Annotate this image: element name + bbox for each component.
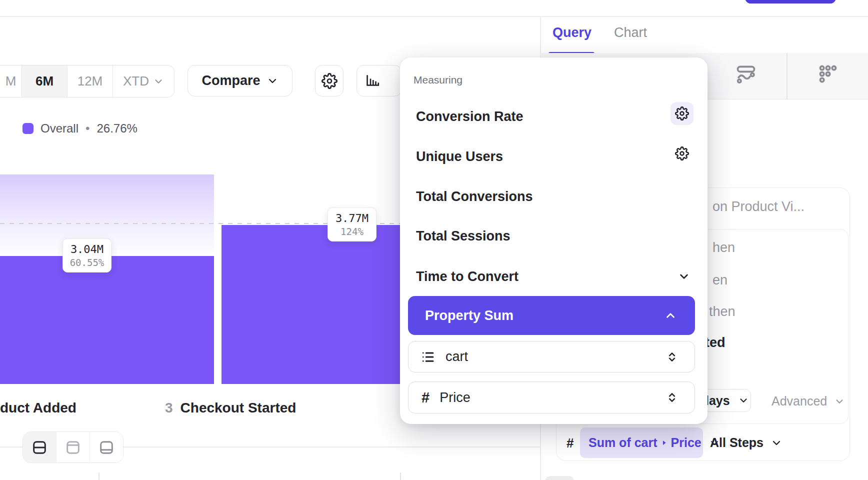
menu-item-label: Total Conversions (416, 189, 533, 204)
advanced-dropdown[interactable]: Advanced (772, 394, 845, 408)
step-number: 3 (165, 400, 173, 416)
legend-separator: • (86, 122, 90, 136)
tooltip-percent: 124% (340, 226, 364, 238)
days-fragment: lays (706, 394, 730, 408)
tab-chart[interactable]: Chart (614, 25, 647, 40)
conversion-rate-gear-button[interactable] (670, 102, 694, 125)
tab-label: Chart (614, 25, 647, 40)
step-label-text: duct Added (0, 400, 76, 416)
time-segment-6m[interactable]: 6M (22, 66, 68, 97)
sum-pill-left-text: Sum of cart (588, 436, 658, 450)
fragment-text: then (709, 304, 736, 319)
funnel-bar-checkout-started[interactable] (222, 225, 405, 384)
funnel-trends-icon[interactable] (735, 63, 757, 85)
table-column-divider (400, 472, 401, 480)
primary-action-button[interactable] (745, 0, 836, 4)
legend-swatch (22, 123, 34, 134)
menu-item-time-to-convert[interactable]: Time to Convert (400, 260, 708, 293)
fragment-text: ted (705, 335, 726, 350)
chevron-down-icon (738, 395, 749, 406)
chevron-down-icon (266, 75, 278, 87)
funnel-bar-product-added[interactable] (0, 256, 214, 384)
app-screen: M 6M 12M XTD Compare Overall (0, 0, 868, 480)
compare-label: Compare (202, 73, 260, 88)
legend-value: 26.76% (96, 122, 137, 136)
measuring-popover: Measuring Conversion Rate Unique Users T… (400, 58, 708, 424)
time-segment-12m[interactable]: 12M (68, 66, 113, 97)
chart-settings-button[interactable] (315, 65, 344, 96)
table-column-divider (98, 472, 100, 480)
funnel-tooltip-step2: 3.04M 60.55% (62, 238, 112, 272)
layout-toggle-group (22, 432, 124, 463)
step-fragment: en (712, 272, 728, 288)
step-fragment: ted (705, 335, 726, 350)
numeric-select-value: Price (440, 390, 470, 406)
legend-item-overall[interactable]: Overall • 26.76% (22, 122, 138, 136)
time-segment-label: XTD (123, 74, 149, 89)
breakdown-dots-icon[interactable] (817, 63, 839, 85)
builder-header-text: on Product Vi... (712, 199, 804, 214)
tooltip-percent: 60.55% (70, 256, 104, 269)
menu-item-label: Conversion Rate (416, 109, 524, 124)
tab-query[interactable]: Query (552, 25, 592, 40)
builder-header-fragment: on Product Vi... (712, 199, 804, 214)
tooltip-value: 3.77M (336, 212, 368, 226)
menu-item-label: Property Sum (425, 308, 514, 324)
menu-item-unique-users[interactable]: Unique Users (400, 140, 708, 173)
step-fragment: hen (712, 240, 735, 256)
list-icon (420, 350, 436, 364)
popover-title: Measuring (414, 74, 462, 86)
fragment-text: en (712, 272, 728, 288)
tab-label: Query (552, 25, 592, 40)
unfold-icon (666, 350, 678, 364)
time-range-segmented-control: M 6M 12M XTD (0, 65, 174, 98)
menu-item-conversion-rate[interactable]: Conversion Rate (400, 100, 708, 133)
unique-users-gear-button[interactable] (670, 142, 694, 165)
time-segment-label: 12M (78, 74, 103, 89)
gear-icon (675, 146, 689, 160)
hidden-control-stub (545, 476, 574, 480)
menu-item-label: Unique Users (416, 149, 503, 164)
chart-type-button[interactable] (356, 65, 402, 96)
chevron-down-icon (153, 76, 164, 87)
property-select-cart[interactable]: cart (408, 341, 695, 372)
chevron-up-icon (664, 309, 677, 322)
numeric-property-select-price[interactable]: # Price (408, 382, 695, 414)
all-steps-dropdown[interactable]: All Steps (710, 428, 782, 458)
funnel-tooltip-step3: 3.77M 124% (328, 208, 376, 242)
sum-of-cart-price-dropdown[interactable]: Sum of cart Price (580, 428, 703, 458)
step-fragment: then (709, 304, 736, 320)
time-segment-label: 6M (36, 74, 54, 89)
unfold-icon (666, 391, 678, 404)
chevron-down-icon (834, 396, 845, 407)
step-label-text: Checkout Started (180, 400, 296, 416)
layout-toggle-split[interactable] (23, 432, 56, 462)
tooltip-value: 3.04M (70, 242, 104, 256)
menu-item-total-conversions[interactable]: Total Conversions (400, 180, 708, 213)
menu-item-label: Time to Convert (416, 269, 518, 284)
time-segment-xtd[interactable]: XTD (113, 66, 174, 97)
menu-item-label: Total Sessions (416, 228, 510, 244)
legend-series: Overall (40, 122, 78, 136)
popover-title-text: Measuring (414, 74, 462, 86)
layout-toggle-table-only[interactable] (90, 432, 123, 462)
step-label-checkout-started: 3Checkout Started (165, 400, 296, 416)
menu-item-property-sum-selected[interactable]: Property Sum (408, 296, 695, 335)
gear-icon (322, 73, 338, 89)
numeric-type-hash: # (566, 436, 574, 451)
arrow-right-icon (660, 439, 668, 446)
time-segment-label: M (6, 74, 16, 89)
all-steps-label: All Steps (710, 436, 764, 450)
bar-chart-icon (364, 73, 381, 89)
layout-toggle-chart-only[interactable] (56, 432, 90, 462)
split-view-icon (32, 440, 48, 456)
gear-icon (675, 106, 689, 120)
hash-glyph: # (566, 436, 574, 450)
menu-item-total-sessions[interactable]: Total Sessions (400, 220, 708, 252)
top-header-bar (0, 0, 868, 17)
chevron-down-icon (770, 437, 782, 449)
fragment-text: hen (712, 240, 735, 255)
compare-button[interactable]: Compare (188, 65, 292, 96)
time-segment-m[interactable]: M (0, 66, 22, 97)
panel-toolbar-divider (786, 53, 788, 99)
